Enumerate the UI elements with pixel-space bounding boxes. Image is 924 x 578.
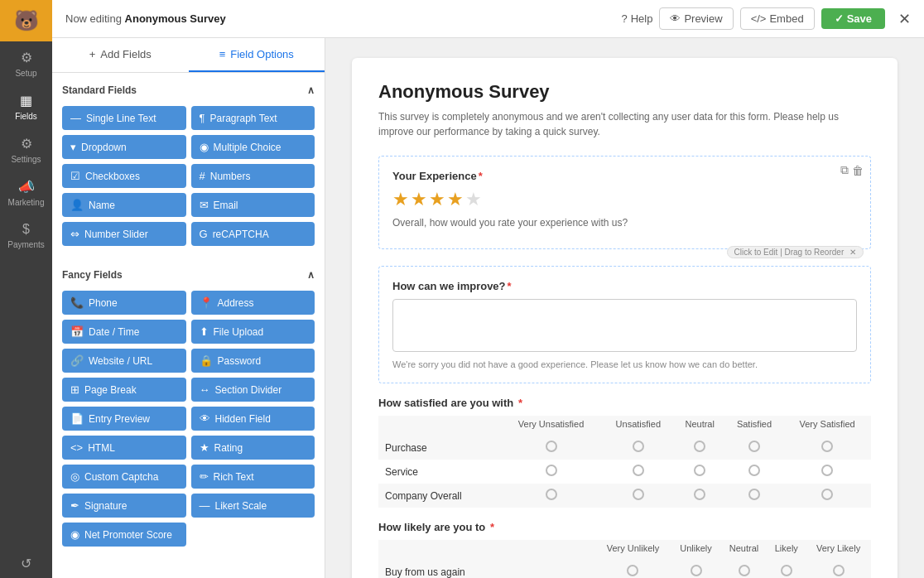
radio-service-2[interactable] xyxy=(633,465,644,476)
likelihood-col-neutral: Neutral xyxy=(721,540,768,560)
fancy-collapse-icon[interactable]: ∧ xyxy=(307,269,315,281)
hint-close-icon[interactable]: ✕ xyxy=(849,248,856,257)
radio-buy-1[interactable] xyxy=(627,565,638,576)
field-btn-file-upload[interactable]: ⬆ File Upload xyxy=(191,320,315,344)
standard-fields-grid: — Single Line Text ¶ Paragraph Text ▾ Dr… xyxy=(62,106,315,246)
field-btn-likert[interactable]: — Likert Scale xyxy=(191,494,315,518)
sidebar-item-setup[interactable]: ⚙ Setup xyxy=(0,41,52,84)
preview-icon: 📄 xyxy=(70,412,84,425)
radio-buy-3[interactable] xyxy=(739,565,750,576)
delete-section-button[interactable]: 🗑 xyxy=(852,163,864,177)
table-row: Company Overall xyxy=(378,484,871,508)
name-icon: 👤 xyxy=(70,199,84,211)
preview-button[interactable]: 👁 Preview xyxy=(659,7,733,30)
experience-section[interactable]: ⧉ 🗑 Your Experience* ★ ★ ★ ★ ★ Overall, … xyxy=(378,156,871,249)
sidebar-item-settings[interactable]: ⚙ Settings xyxy=(0,128,52,171)
field-btn-website-url[interactable]: 🔗 Website / URL xyxy=(62,349,186,373)
tab-add-fields[interactable]: + Add Fields xyxy=(52,38,189,72)
experience-question-label: Your Experience* xyxy=(392,170,857,182)
sidebar-item-label: Fields xyxy=(15,112,37,121)
close-button[interactable]: ✕ xyxy=(898,10,911,28)
field-btn-phone[interactable]: 📞 Phone xyxy=(62,291,186,315)
field-btn-single-line[interactable]: — Single Line Text xyxy=(62,106,186,130)
star-2: ★ xyxy=(411,189,427,210)
field-btn-password[interactable]: 🔒 Password xyxy=(191,349,315,373)
history-icon: ↺ xyxy=(21,556,31,571)
radio-company-1[interactable] xyxy=(546,489,557,500)
improve-textarea[interactable] xyxy=(392,299,857,352)
sidebar-item-fields[interactable]: ▦ Fields xyxy=(0,84,52,128)
sidebar-item-payments[interactable]: $ Payments xyxy=(0,214,52,256)
hidden-icon: 👁 xyxy=(200,412,210,425)
star-rating[interactable]: ★ ★ ★ ★ ★ xyxy=(392,189,857,210)
radio-purchase-2[interactable] xyxy=(633,441,644,452)
field-btn-rich-text[interactable]: ✏ Rich Text xyxy=(191,465,315,489)
fields-panel: + Add Fields ≡ Field Options Standard Fi… xyxy=(52,38,325,578)
checkboxes-icon: ☑ xyxy=(70,170,80,182)
sidebar-item-label: Settings xyxy=(11,155,41,164)
signature-icon: ✒ xyxy=(70,499,79,512)
field-btn-date-time[interactable]: 📅 Date / Time xyxy=(62,320,186,344)
likelihood-col-likely: Likely xyxy=(768,540,806,560)
field-btn-section-divider[interactable]: ↔ Section Divider xyxy=(191,378,315,402)
sidebar-item-marketing[interactable]: 📣 Marketing xyxy=(0,171,52,214)
satisfaction-col-neutral: Neutral xyxy=(675,416,725,436)
radio-purchase-4[interactable] xyxy=(748,441,760,452)
embed-button[interactable]: </> Embed xyxy=(740,7,815,30)
radio-buy-5[interactable] xyxy=(833,565,845,576)
sidebar-item-label: Marketing xyxy=(8,198,45,207)
radio-buy-2[interactable] xyxy=(691,565,702,576)
field-btn-signature[interactable]: ✒ Signature xyxy=(62,494,186,518)
field-btn-paragraph[interactable]: ¶ Paragraph Text xyxy=(191,106,315,130)
improve-question-label: How can we improve?* xyxy=(392,280,857,292)
satisfaction-col-very-unsatisfied: Very Unsatisfied xyxy=(500,416,602,436)
satisfaction-col-unsatisfied: Unsatisfied xyxy=(602,416,675,436)
paragraph-icon: ¶ xyxy=(200,112,205,124)
field-btn-email[interactable]: ✉ Email xyxy=(191,193,315,217)
link-icon: 🔗 xyxy=(70,354,84,367)
html-icon: <> xyxy=(70,441,83,454)
sidebar-item-history[interactable]: ↺ xyxy=(0,547,52,578)
fancy-fields-header: Fancy Fields ∧ xyxy=(62,266,315,284)
help-button[interactable]: ? Help xyxy=(621,12,652,25)
multiple-choice-icon: ◉ xyxy=(200,141,209,153)
field-btn-number-slider[interactable]: ⇔ Number Slider xyxy=(62,222,186,246)
radio-service-5[interactable] xyxy=(821,465,833,476)
field-btn-address[interactable]: 📍 Address xyxy=(191,291,315,315)
radio-company-5[interactable] xyxy=(821,489,833,500)
field-btn-net-promoter[interactable]: ◉ Net Promoter Score xyxy=(62,523,186,547)
field-btn-numbers[interactable]: # Numbers xyxy=(191,164,315,188)
radio-company-4[interactable] xyxy=(748,489,760,500)
field-btn-multiple-choice[interactable]: ◉ Multiple Choice xyxy=(191,135,315,159)
richtext-icon: ✏ xyxy=(200,470,209,483)
field-btn-page-break[interactable]: ⊞ Page Break xyxy=(62,378,186,402)
collapse-icon[interactable]: ∧ xyxy=(307,84,315,96)
editing-label: Now editing Anonymous Survey xyxy=(65,12,226,25)
field-btn-hidden-field[interactable]: 👁 Hidden Field xyxy=(191,407,315,431)
radio-service-3[interactable] xyxy=(694,465,705,476)
radio-company-3[interactable] xyxy=(694,489,705,500)
radio-company-2[interactable] xyxy=(633,489,644,500)
field-btn-custom-captcha[interactable]: ◎ Custom Captcha xyxy=(62,465,186,489)
tab-field-options[interactable]: ≡ Field Options xyxy=(189,38,325,72)
section-hint: Click to Edit | Drag to Reorder ✕ xyxy=(727,246,864,258)
field-btn-checkboxes[interactable]: ☑ Checkboxes xyxy=(62,164,186,188)
copy-section-button[interactable]: ⧉ xyxy=(840,163,849,177)
field-btn-dropdown[interactable]: ▾ Dropdown xyxy=(62,135,186,159)
field-btn-recaptcha[interactable]: G reCAPTCHA xyxy=(191,222,315,246)
radio-buy-4[interactable] xyxy=(781,565,792,576)
dropdown-icon: ▾ xyxy=(70,141,76,153)
radio-service-4[interactable] xyxy=(748,465,760,476)
save-button[interactable]: ✓ Save xyxy=(821,8,885,29)
radio-purchase-3[interactable] xyxy=(694,441,705,452)
slider-icon: ⇔ xyxy=(70,228,79,240)
radio-purchase-1[interactable] xyxy=(546,441,557,452)
radio-purchase-5[interactable] xyxy=(821,441,833,452)
field-btn-html[interactable]: <> HTML xyxy=(62,436,186,460)
satisfaction-col-very-satisfied: Very Satisfied xyxy=(783,416,871,436)
field-btn-rating[interactable]: ★ Rating xyxy=(191,436,315,460)
radio-service-1[interactable] xyxy=(546,465,557,476)
sidebar-item-label: Setup xyxy=(15,69,36,78)
field-btn-name[interactable]: 👤 Name xyxy=(62,193,186,217)
field-btn-entry-preview[interactable]: 📄 Entry Preview xyxy=(62,407,186,431)
